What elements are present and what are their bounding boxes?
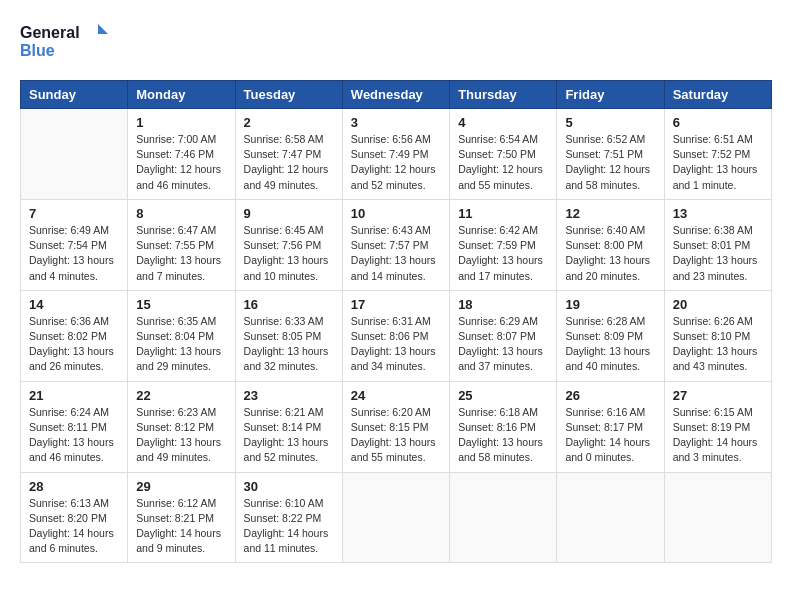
calendar-cell xyxy=(450,472,557,563)
calendar-cell: 11Sunrise: 6:42 AMSunset: 7:59 PMDayligh… xyxy=(450,199,557,290)
calendar-cell: 7Sunrise: 6:49 AMSunset: 7:54 PMDaylight… xyxy=(21,199,128,290)
calendar-cell: 28Sunrise: 6:13 AMSunset: 8:20 PMDayligh… xyxy=(21,472,128,563)
calendar-cell: 8Sunrise: 6:47 AMSunset: 7:55 PMDaylight… xyxy=(128,199,235,290)
day-info: Sunrise: 6:51 AMSunset: 7:52 PMDaylight:… xyxy=(673,132,763,193)
calendar-cell: 29Sunrise: 6:12 AMSunset: 8:21 PMDayligh… xyxy=(128,472,235,563)
day-info: Sunrise: 6:38 AMSunset: 8:01 PMDaylight:… xyxy=(673,223,763,284)
day-info: Sunrise: 6:24 AMSunset: 8:11 PMDaylight:… xyxy=(29,405,119,466)
calendar-cell: 27Sunrise: 6:15 AMSunset: 8:19 PMDayligh… xyxy=(664,381,771,472)
calendar-cell: 15Sunrise: 6:35 AMSunset: 8:04 PMDayligh… xyxy=(128,290,235,381)
calendar-cell: 17Sunrise: 6:31 AMSunset: 8:06 PMDayligh… xyxy=(342,290,449,381)
calendar-cell: 6Sunrise: 6:51 AMSunset: 7:52 PMDaylight… xyxy=(664,109,771,200)
day-info: Sunrise: 6:40 AMSunset: 8:00 PMDaylight:… xyxy=(565,223,655,284)
calendar-cell: 3Sunrise: 6:56 AMSunset: 7:49 PMDaylight… xyxy=(342,109,449,200)
calendar-cell: 21Sunrise: 6:24 AMSunset: 8:11 PMDayligh… xyxy=(21,381,128,472)
calendar-cell: 22Sunrise: 6:23 AMSunset: 8:12 PMDayligh… xyxy=(128,381,235,472)
week-row-2: 7Sunrise: 6:49 AMSunset: 7:54 PMDaylight… xyxy=(21,199,772,290)
calendar-cell: 26Sunrise: 6:16 AMSunset: 8:17 PMDayligh… xyxy=(557,381,664,472)
day-number: 12 xyxy=(565,206,655,221)
day-info: Sunrise: 6:43 AMSunset: 7:57 PMDaylight:… xyxy=(351,223,441,284)
weekday-header-sunday: Sunday xyxy=(21,81,128,109)
svg-marker-2 xyxy=(98,24,108,34)
day-number: 6 xyxy=(673,115,763,130)
day-number: 13 xyxy=(673,206,763,221)
day-number: 4 xyxy=(458,115,548,130)
day-number: 23 xyxy=(244,388,334,403)
day-number: 9 xyxy=(244,206,334,221)
week-row-4: 21Sunrise: 6:24 AMSunset: 8:11 PMDayligh… xyxy=(21,381,772,472)
svg-text:Blue: Blue xyxy=(20,42,55,59)
day-number: 5 xyxy=(565,115,655,130)
day-number: 1 xyxy=(136,115,226,130)
day-number: 2 xyxy=(244,115,334,130)
day-number: 7 xyxy=(29,206,119,221)
calendar-cell: 2Sunrise: 6:58 AMSunset: 7:47 PMDaylight… xyxy=(235,109,342,200)
day-number: 22 xyxy=(136,388,226,403)
week-row-1: 1Sunrise: 7:00 AMSunset: 7:46 PMDaylight… xyxy=(21,109,772,200)
day-number: 28 xyxy=(29,479,119,494)
day-number: 3 xyxy=(351,115,441,130)
day-info: Sunrise: 6:10 AMSunset: 8:22 PMDaylight:… xyxy=(244,496,334,557)
day-number: 19 xyxy=(565,297,655,312)
calendar-cell: 10Sunrise: 6:43 AMSunset: 7:57 PMDayligh… xyxy=(342,199,449,290)
logo: General Blue xyxy=(20,20,110,64)
day-info: Sunrise: 6:13 AMSunset: 8:20 PMDaylight:… xyxy=(29,496,119,557)
weekday-header-friday: Friday xyxy=(557,81,664,109)
calendar-table: SundayMondayTuesdayWednesdayThursdayFrid… xyxy=(20,80,772,563)
day-info: Sunrise: 6:35 AMSunset: 8:04 PMDaylight:… xyxy=(136,314,226,375)
day-number: 24 xyxy=(351,388,441,403)
logo-svg: General Blue xyxy=(20,20,110,64)
day-number: 27 xyxy=(673,388,763,403)
day-info: Sunrise: 6:31 AMSunset: 8:06 PMDaylight:… xyxy=(351,314,441,375)
day-number: 16 xyxy=(244,297,334,312)
day-number: 20 xyxy=(673,297,763,312)
calendar-cell xyxy=(21,109,128,200)
calendar-cell: 30Sunrise: 6:10 AMSunset: 8:22 PMDayligh… xyxy=(235,472,342,563)
day-info: Sunrise: 6:18 AMSunset: 8:16 PMDaylight:… xyxy=(458,405,548,466)
day-info: Sunrise: 6:26 AMSunset: 8:10 PMDaylight:… xyxy=(673,314,763,375)
weekday-header-saturday: Saturday xyxy=(664,81,771,109)
day-number: 11 xyxy=(458,206,548,221)
day-info: Sunrise: 6:49 AMSunset: 7:54 PMDaylight:… xyxy=(29,223,119,284)
day-info: Sunrise: 6:33 AMSunset: 8:05 PMDaylight:… xyxy=(244,314,334,375)
day-info: Sunrise: 6:54 AMSunset: 7:50 PMDaylight:… xyxy=(458,132,548,193)
calendar-cell: 24Sunrise: 6:20 AMSunset: 8:15 PMDayligh… xyxy=(342,381,449,472)
calendar-cell: 23Sunrise: 6:21 AMSunset: 8:14 PMDayligh… xyxy=(235,381,342,472)
day-number: 18 xyxy=(458,297,548,312)
calendar-cell: 14Sunrise: 6:36 AMSunset: 8:02 PMDayligh… xyxy=(21,290,128,381)
weekday-header-tuesday: Tuesday xyxy=(235,81,342,109)
day-number: 10 xyxy=(351,206,441,221)
calendar-cell: 16Sunrise: 6:33 AMSunset: 8:05 PMDayligh… xyxy=(235,290,342,381)
day-info: Sunrise: 6:36 AMSunset: 8:02 PMDaylight:… xyxy=(29,314,119,375)
svg-text:General: General xyxy=(20,24,80,41)
weekday-header-wednesday: Wednesday xyxy=(342,81,449,109)
day-number: 21 xyxy=(29,388,119,403)
day-info: Sunrise: 6:15 AMSunset: 8:19 PMDaylight:… xyxy=(673,405,763,466)
calendar-cell xyxy=(342,472,449,563)
weekday-header-monday: Monday xyxy=(128,81,235,109)
day-info: Sunrise: 6:58 AMSunset: 7:47 PMDaylight:… xyxy=(244,132,334,193)
calendar-cell: 4Sunrise: 6:54 AMSunset: 7:50 PMDaylight… xyxy=(450,109,557,200)
calendar-cell: 5Sunrise: 6:52 AMSunset: 7:51 PMDaylight… xyxy=(557,109,664,200)
day-info: Sunrise: 6:45 AMSunset: 7:56 PMDaylight:… xyxy=(244,223,334,284)
calendar-cell: 9Sunrise: 6:45 AMSunset: 7:56 PMDaylight… xyxy=(235,199,342,290)
day-number: 17 xyxy=(351,297,441,312)
day-number: 26 xyxy=(565,388,655,403)
weekday-header-row: SundayMondayTuesdayWednesdayThursdayFrid… xyxy=(21,81,772,109)
calendar-cell: 20Sunrise: 6:26 AMSunset: 8:10 PMDayligh… xyxy=(664,290,771,381)
day-info: Sunrise: 6:12 AMSunset: 8:21 PMDaylight:… xyxy=(136,496,226,557)
calendar-cell xyxy=(557,472,664,563)
day-info: Sunrise: 6:28 AMSunset: 8:09 PMDaylight:… xyxy=(565,314,655,375)
week-row-5: 28Sunrise: 6:13 AMSunset: 8:20 PMDayligh… xyxy=(21,472,772,563)
day-number: 29 xyxy=(136,479,226,494)
day-number: 15 xyxy=(136,297,226,312)
page-header: General Blue xyxy=(20,20,772,64)
day-info: Sunrise: 6:21 AMSunset: 8:14 PMDaylight:… xyxy=(244,405,334,466)
day-info: Sunrise: 6:16 AMSunset: 8:17 PMDaylight:… xyxy=(565,405,655,466)
day-number: 25 xyxy=(458,388,548,403)
day-info: Sunrise: 6:20 AMSunset: 8:15 PMDaylight:… xyxy=(351,405,441,466)
calendar-cell xyxy=(664,472,771,563)
day-info: Sunrise: 6:42 AMSunset: 7:59 PMDaylight:… xyxy=(458,223,548,284)
calendar-cell: 13Sunrise: 6:38 AMSunset: 8:01 PMDayligh… xyxy=(664,199,771,290)
calendar-cell: 25Sunrise: 6:18 AMSunset: 8:16 PMDayligh… xyxy=(450,381,557,472)
